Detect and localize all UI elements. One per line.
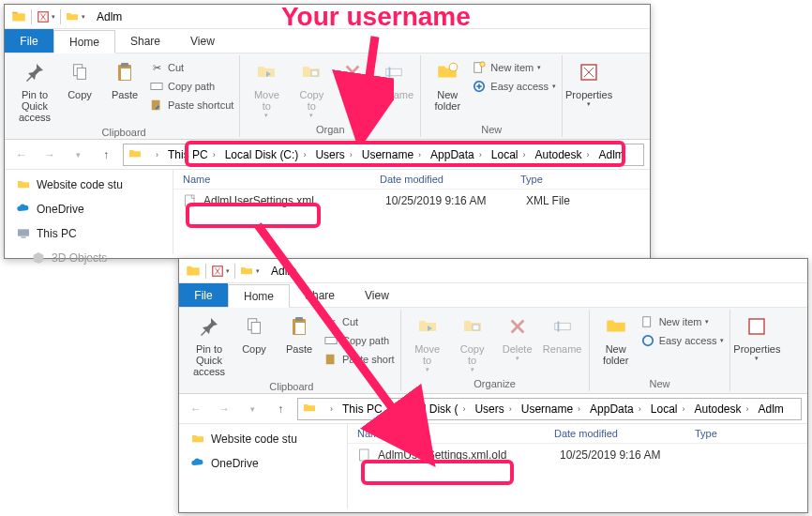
properties-button[interactable]: Properties▾ bbox=[734, 310, 779, 364]
properties-button[interactable]: Properties ▾ bbox=[566, 55, 611, 110]
address-bar[interactable]: › This PC› Local Disk (C:)› Users› Usern… bbox=[123, 144, 644, 166]
breadcrumb-item[interactable]: Local› bbox=[646, 402, 690, 416]
tab-file[interactable]: File bbox=[179, 283, 228, 307]
breadcrumb-item[interactable]: Local Disk (› bbox=[395, 402, 471, 416]
qat-folder-icon[interactable]: ▾ bbox=[65, 7, 85, 27]
svg-rect-18 bbox=[186, 195, 194, 206]
copy-to-button[interactable]: Copy to ▾ bbox=[289, 55, 334, 121]
recent-locations-button[interactable]: ▾ bbox=[241, 398, 263, 420]
cut-label: Cut bbox=[168, 62, 184, 73]
tab-file[interactable]: File bbox=[5, 29, 53, 53]
copy-button[interactable]: Copy bbox=[57, 55, 102, 125]
delete-button[interactable]: Delete▾ bbox=[495, 310, 540, 375]
back-button[interactable]: ← bbox=[185, 398, 207, 420]
qat-properties-icon[interactable]: ▾ bbox=[36, 7, 56, 27]
up-button[interactable]: ↑ bbox=[95, 144, 117, 166]
breadcrumb-item[interactable]: Username› bbox=[357, 148, 426, 161]
sidebar-item-3dobjects[interactable]: 3D Objects bbox=[8, 249, 169, 267]
pin-to-quick-access-button[interactable]: Pin to Quick access bbox=[12, 55, 57, 125]
back-button[interactable]: ← bbox=[10, 144, 33, 166]
copy-to-button[interactable]: Copy to▾ bbox=[450, 310, 495, 375]
clipboard-group-label: Clipboard bbox=[102, 125, 146, 140]
file-row[interactable]: AdlmUserSettings.xml 10/25/2019 9:16 AM … bbox=[173, 190, 650, 212]
sidebar-item-onedrive[interactable]: OneDrive bbox=[183, 454, 343, 473]
address-bar[interactable]: › This PC› Local Disk (› Users› Username… bbox=[297, 398, 802, 420]
breadcrumb-item[interactable]: Autodesk› bbox=[530, 148, 594, 161]
svg-rect-27 bbox=[473, 325, 479, 330]
sidebar-label: Website code stu bbox=[37, 178, 123, 191]
paste-shortcut-button[interactable]: Paste shortcut bbox=[147, 97, 235, 114]
ribbon-group-organize: Move to▾ Copy to▾ Delete▾ Rename Organiz… bbox=[401, 310, 590, 391]
breadcrumb-item[interactable]: Autodesk› bbox=[689, 402, 753, 416]
copy-path-button[interactable]: Copy path bbox=[147, 78, 235, 95]
sidebar-item-thispc[interactable]: This PC bbox=[8, 224, 169, 243]
tab-view[interactable]: View bbox=[350, 283, 404, 307]
paste-button[interactable]: Paste bbox=[277, 310, 322, 379]
file-list-area: Name Date modified Type AdlmUserSettings… bbox=[348, 424, 807, 508]
move-to-button[interactable]: Move to▾ bbox=[405, 310, 450, 375]
new-item-button[interactable]: New item▾ bbox=[639, 313, 727, 330]
column-type[interactable]: Type bbox=[520, 174, 614, 185]
move-to-button[interactable]: Move to ▾ bbox=[244, 55, 289, 121]
ribbon-group-clipboard: Pin to Quick access Copy Paste ✂ bbox=[8, 55, 240, 137]
breadcrumb-item[interactable]: AppData› bbox=[585, 402, 646, 416]
svg-rect-8 bbox=[311, 70, 318, 76]
new-folder-button[interactable]: New folder bbox=[425, 55, 470, 114]
delete-button[interactable]: Del bbox=[334, 55, 371, 121]
column-name[interactable]: Name bbox=[357, 428, 554, 439]
copy-path-button[interactable]: Copy path bbox=[322, 332, 397, 349]
breadcrumb-item[interactable]: AppData› bbox=[426, 148, 487, 161]
breadcrumb-item[interactable]: Adlm bbox=[754, 402, 789, 416]
up-button[interactable]: ↑ bbox=[269, 398, 292, 420]
copy-icon bbox=[239, 311, 269, 341]
column-type[interactable]: Type bbox=[695, 428, 789, 439]
svg-rect-16 bbox=[18, 229, 29, 235]
forward-button[interactable]: → bbox=[38, 144, 61, 166]
new-item-button[interactable]: New item ▾ bbox=[470, 59, 558, 76]
pin-to-quick-access-button[interactable]: Pin to Quick access bbox=[187, 310, 232, 379]
new-item-icon bbox=[472, 60, 487, 75]
breadcrumb-item[interactable]: Local Disk (C:)› bbox=[220, 148, 311, 161]
paste-icon bbox=[110, 57, 140, 87]
tab-share[interactable]: Share bbox=[290, 283, 350, 307]
tab-share[interactable]: Share bbox=[115, 29, 175, 53]
qat-properties-icon[interactable]: ▾ bbox=[210, 261, 231, 281]
tab-home[interactable]: Home bbox=[228, 284, 290, 308]
breadcrumb-item[interactable]: Local› bbox=[487, 148, 531, 161]
new-folder-button[interactable]: New folder bbox=[594, 310, 639, 368]
cut-button[interactable]: ✂Cut bbox=[322, 313, 397, 330]
column-name[interactable]: Name bbox=[183, 174, 380, 185]
breadcrumb-item[interactable]: Users› bbox=[310, 148, 356, 161]
cut-button[interactable]: ✂ Cut bbox=[147, 59, 235, 76]
copy-button[interactable]: Copy bbox=[232, 310, 277, 379]
breadcrumb-item[interactable]: Users› bbox=[470, 402, 516, 416]
annotation-title: Your username bbox=[281, 2, 471, 32]
paste-shortcut-button[interactable]: Paste short bbox=[322, 351, 397, 368]
paste-shortcut-icon bbox=[323, 352, 338, 367]
breadcrumb-item[interactable]: This PC› bbox=[338, 402, 395, 416]
breadcrumb-item[interactable]: This PC› bbox=[163, 148, 220, 161]
recent-locations-button[interactable]: ▾ bbox=[67, 144, 89, 166]
column-date[interactable]: Date modified bbox=[380, 174, 520, 185]
rename-button[interactable]: Rename bbox=[540, 310, 585, 375]
forward-button[interactable]: → bbox=[213, 398, 235, 420]
sidebar-item-quick-access[interactable]: Website code stu bbox=[183, 430, 343, 448]
sidebar-item-quick-access[interactable]: Website code stu bbox=[8, 175, 169, 194]
paste-button[interactable]: Paste bbox=[102, 55, 147, 125]
tab-view[interactable]: View bbox=[175, 29, 230, 53]
sidebar-item-onedrive[interactable]: OneDrive bbox=[8, 200, 169, 219]
ribbon-group-new: New folder New item▾ Easy access▾ New bbox=[590, 310, 731, 391]
paste-shortcut-label: Paste shortcut bbox=[168, 99, 233, 111]
file-row[interactable]: AdlmUserSettings.xml.old 10/25/2019 9:16… bbox=[348, 444, 807, 466]
folder-icon bbox=[128, 146, 144, 163]
column-date[interactable]: Date modified bbox=[554, 428, 695, 439]
easy-access-button[interactable]: Easy access▾ bbox=[639, 332, 727, 349]
pin-icon bbox=[20, 57, 50, 87]
breadcrumb-item[interactable]: Adlm bbox=[594, 148, 629, 161]
rename-button[interactable]: Rename bbox=[371, 55, 416, 121]
tab-home[interactable]: Home bbox=[53, 30, 115, 53]
qat-folder-icon[interactable]: ▾ bbox=[239, 261, 260, 281]
easy-access-button[interactable]: Easy access ▾ bbox=[470, 78, 558, 95]
breadcrumb-item[interactable]: Username› bbox=[517, 402, 585, 416]
pc-icon bbox=[16, 226, 31, 241]
